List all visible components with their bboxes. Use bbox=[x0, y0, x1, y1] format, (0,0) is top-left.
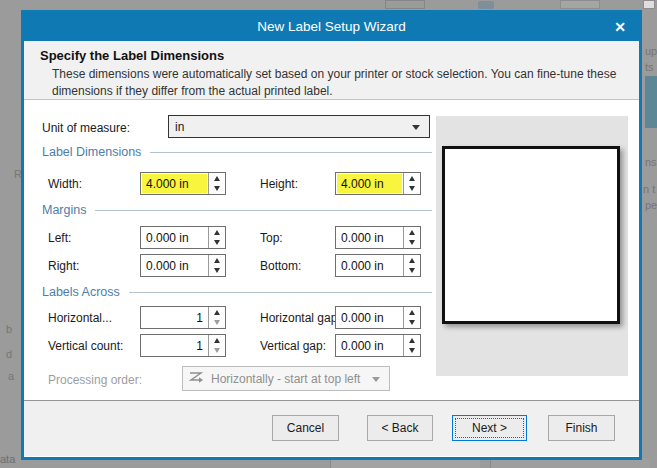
back-button[interactable]: < Back bbox=[367, 415, 433, 441]
spinner-down-icon[interactable] bbox=[404, 238, 420, 249]
margin-top-spinner bbox=[403, 227, 420, 248]
bg-window-icon bbox=[643, 0, 655, 9]
margin-bottom-spinner bbox=[403, 255, 420, 276]
dialog-body: Unit of measure: in Label Dimensions Wid… bbox=[24, 100, 639, 400]
height-label: Height: bbox=[260, 177, 298, 191]
dialog-footer: Cancel < Back Next > Finish bbox=[24, 400, 639, 456]
margin-top-label: Top: bbox=[260, 231, 283, 245]
margin-right-value[interactable]: 0.000 in bbox=[142, 256, 207, 275]
step-title: Specify the Label Dimensions bbox=[40, 48, 639, 63]
width-input[interactable]: 4.000 in bbox=[140, 172, 226, 195]
horizontal-gap-spinner bbox=[403, 307, 420, 328]
spinner-down-icon[interactable] bbox=[404, 184, 420, 195]
bg-text-fragment: ts bbox=[645, 61, 654, 73]
bg-teal-block bbox=[645, 76, 657, 128]
finish-button[interactable]: Finish bbox=[548, 415, 615, 441]
section-labels-across: Labels Across bbox=[42, 285, 432, 299]
chevron-down-icon bbox=[412, 125, 420, 130]
bg-text-fragment: up bbox=[645, 45, 657, 57]
width-spinner bbox=[208, 173, 225, 194]
bg-gear-icon bbox=[478, 1, 494, 9]
spinner-up-icon[interactable] bbox=[209, 173, 225, 184]
section-rule bbox=[129, 292, 432, 293]
horizontal-count-value[interactable]: 1 bbox=[142, 308, 207, 327]
margin-top-input[interactable]: 0.000 in bbox=[335, 226, 421, 249]
next-button[interactable]: Next > bbox=[452, 415, 527, 441]
margin-bottom-label: Bottom: bbox=[260, 259, 301, 273]
label-preview-panel bbox=[436, 116, 628, 376]
margin-top-value[interactable]: 0.000 in bbox=[337, 228, 402, 247]
spinner-up-icon[interactable] bbox=[404, 307, 420, 318]
section-rule bbox=[150, 152, 432, 153]
horizontal-gap-label: Horizontal gap: bbox=[260, 311, 341, 325]
height-spinner bbox=[403, 173, 420, 194]
spinner-up-icon[interactable] bbox=[404, 335, 420, 346]
label-preview-shape bbox=[442, 146, 620, 324]
margin-right-input[interactable]: 0.000 in bbox=[140, 254, 226, 277]
section-rule bbox=[95, 210, 432, 211]
spinner-down-icon[interactable] bbox=[209, 238, 225, 249]
unit-of-measure-select[interactable]: in bbox=[168, 115, 430, 138]
horizontal-gap-input[interactable]: 0.000 in bbox=[335, 306, 421, 329]
height-value[interactable]: 4.000 in bbox=[337, 174, 402, 193]
chevron-down-icon bbox=[372, 377, 380, 382]
spinner-down-icon[interactable] bbox=[404, 318, 420, 329]
horizontal-count-input[interactable]: 1 bbox=[140, 306, 226, 329]
section-title: Label Dimensions bbox=[42, 145, 141, 159]
margin-left-spinner bbox=[208, 227, 225, 248]
new-label-setup-wizard-dialog: New Label Setup Wizard ✕ Specify the Lab… bbox=[21, 10, 642, 460]
processing-order-label: Processing order: bbox=[48, 373, 142, 387]
close-icon[interactable]: ✕ bbox=[614, 13, 626, 41]
margin-right-spinner bbox=[208, 255, 225, 276]
spinner-down-icon[interactable] bbox=[404, 266, 420, 277]
wizard-step-header: Specify the Label Dimensions These dimen… bbox=[24, 41, 639, 100]
section-title: Margins bbox=[42, 203, 86, 217]
horizontal-gap-value[interactable]: 0.000 in bbox=[337, 308, 402, 327]
spinner-up-icon[interactable] bbox=[209, 227, 225, 238]
vertical-count-input[interactable]: 1 bbox=[140, 334, 226, 357]
width-label: Width: bbox=[48, 177, 82, 191]
margin-left-input[interactable]: 0.000 in bbox=[140, 226, 226, 249]
processing-order-value: Horizontally - start at top left bbox=[211, 372, 360, 386]
vertical-gap-input[interactable]: 0.000 in bbox=[335, 334, 421, 357]
spinner-up-icon[interactable] bbox=[209, 255, 225, 266]
dialog-titlebar[interactable]: New Label Setup Wizard ✕ bbox=[24, 13, 639, 41]
spinner-up-icon[interactable] bbox=[404, 227, 420, 238]
bg-text-fragment: pe bbox=[645, 199, 657, 211]
bg-toolbar-icon bbox=[560, 0, 600, 9]
bg-text-fragment: ns bbox=[645, 156, 657, 168]
bg-toolbar-icon bbox=[385, 0, 425, 9]
spinner-down-icon[interactable] bbox=[209, 266, 225, 277]
spinner-down-icon[interactable] bbox=[209, 346, 225, 357]
margin-bottom-value[interactable]: 0.000 in bbox=[337, 256, 402, 275]
spinner-up-icon[interactable] bbox=[209, 335, 225, 346]
margin-left-value[interactable]: 0.000 in bbox=[142, 228, 207, 247]
bg-text-fragment: n t bbox=[643, 183, 655, 195]
spinner-up-icon[interactable] bbox=[404, 255, 420, 266]
bg-text-fragment: a bbox=[8, 370, 14, 382]
horizontal-count-label: Horizontal... bbox=[48, 311, 112, 325]
bg-text-fragment: d bbox=[6, 348, 12, 360]
vertical-count-label: Vertical count: bbox=[48, 339, 123, 353]
section-margins: Margins bbox=[42, 203, 432, 217]
step-description: These dimensions were automatically set … bbox=[52, 66, 620, 100]
z-order-icon bbox=[189, 371, 204, 387]
cancel-button[interactable]: Cancel bbox=[272, 415, 339, 441]
spinner-down-icon[interactable] bbox=[209, 184, 225, 195]
section-title: Labels Across bbox=[42, 285, 120, 299]
spinner-down-icon[interactable] bbox=[209, 318, 225, 329]
margin-bottom-input[interactable]: 0.000 in bbox=[335, 254, 421, 277]
vertical-count-spinner bbox=[208, 335, 225, 356]
horizontal-count-spinner bbox=[208, 307, 225, 328]
spinner-up-icon[interactable] bbox=[404, 173, 420, 184]
processing-order-select: Horizontally - start at top left bbox=[182, 366, 390, 391]
unit-of-measure-value: in bbox=[175, 120, 184, 134]
width-value[interactable]: 4.000 in bbox=[142, 174, 207, 193]
spinner-down-icon[interactable] bbox=[404, 346, 420, 357]
vertical-count-value[interactable]: 1 bbox=[142, 336, 207, 355]
spinner-up-icon[interactable] bbox=[209, 307, 225, 318]
vertical-gap-value[interactable]: 0.000 in bbox=[337, 336, 402, 355]
height-input[interactable]: 4.000 in bbox=[335, 172, 421, 195]
bg-text-fragment: b bbox=[6, 323, 12, 335]
section-label-dimensions: Label Dimensions bbox=[42, 145, 432, 159]
